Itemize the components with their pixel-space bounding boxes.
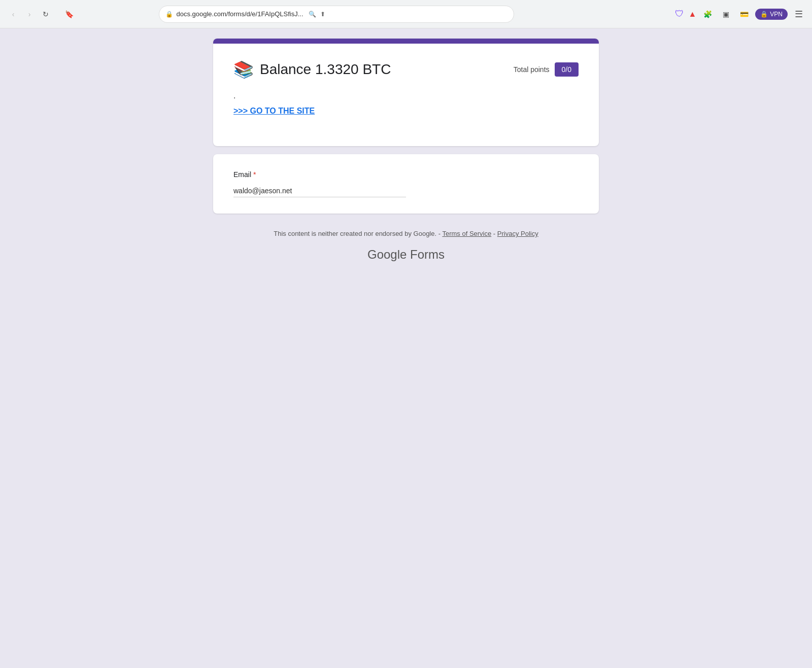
forward-button[interactable]: › [22, 7, 37, 21]
alert-icon: ▲ [688, 10, 696, 19]
footer-separator: - [493, 230, 495, 237]
page-wrapper: 📚 Balance 1.3320 BTC Total points 0/0 . … [0, 28, 812, 668]
total-points-area: Total points 0/0 [514, 62, 579, 77]
terms-of-service-link[interactable]: Terms of Service [442, 230, 491, 237]
total-points-label: Total points [514, 65, 550, 74]
brave-shield-icon: 🛡 [675, 9, 684, 19]
lock-icon: 🔒 [165, 11, 173, 18]
forms-logo-text: Forms [407, 248, 445, 261]
form-title: 📚 Balance 1.3320 BTC [233, 60, 391, 79]
menu-button[interactable]: ☰ [792, 7, 806, 21]
extensions-button[interactable]: 🧩 [700, 7, 715, 21]
privacy-policy-link[interactable]: Privacy Policy [497, 230, 538, 237]
google-logo-text: Google [367, 248, 407, 261]
form-card-header-bar [213, 39, 599, 44]
share-icon: ⬆ [320, 11, 325, 18]
google-forms-logo: Google Forms [367, 248, 445, 262]
wallet-button[interactable]: 💳 [737, 7, 751, 21]
vpn-icon: 🔒 [760, 11, 768, 18]
footer: This content is neither created nor endo… [274, 230, 538, 237]
form-card: 📚 Balance 1.3320 BTC Total points 0/0 . … [213, 39, 599, 146]
go-to-site-link[interactable]: >>> GO TO THE SITE [233, 107, 315, 115]
browser-actions: 🛡 ▲ 🧩 ▣ 💳 🔒 VPN ☰ [675, 7, 806, 21]
email-input[interactable] [233, 185, 406, 197]
disclaimer-text: This content is neither created nor endo… [274, 230, 441, 237]
bookmark-button[interactable]: 🔖 [62, 7, 76, 21]
url-text: docs.google.com/forms/d/e/1FAIpQLSfisJ..… [176, 10, 303, 18]
vpn-button[interactable]: 🔒 VPN [755, 9, 788, 20]
browser-chrome: ‹ › ↻ 🔖 🔒 docs.google.com/forms/d/e/1FAI… [0, 0, 812, 28]
nav-buttons: ‹ › ↻ [6, 7, 53, 21]
sidebar-button[interactable]: ▣ [719, 7, 733, 21]
reload-button[interactable]: ↻ [39, 7, 53, 21]
points-badge: 0/0 [555, 62, 579, 77]
form-title-row: 📚 Balance 1.3320 BTC Total points 0/0 [233, 60, 579, 79]
title-icon: 📚 [233, 60, 254, 79]
form-card-body: 📚 Balance 1.3320 BTC Total points 0/0 . … [213, 44, 599, 146]
title-text: Balance 1.3320 BTC [260, 61, 391, 78]
zoom-icon: 🔍 [309, 11, 316, 18]
address-bar[interactable]: 🔒 docs.google.com/forms/d/e/1FAIpQLSfisJ… [159, 6, 514, 23]
back-button[interactable]: ‹ [6, 7, 20, 21]
dot-text: . [233, 91, 579, 100]
required-star: * [253, 170, 256, 179]
email-label: Email * [233, 170, 579, 179]
email-card: Email * [213, 154, 599, 214]
bookmark-area: 🔖 [62, 7, 76, 21]
